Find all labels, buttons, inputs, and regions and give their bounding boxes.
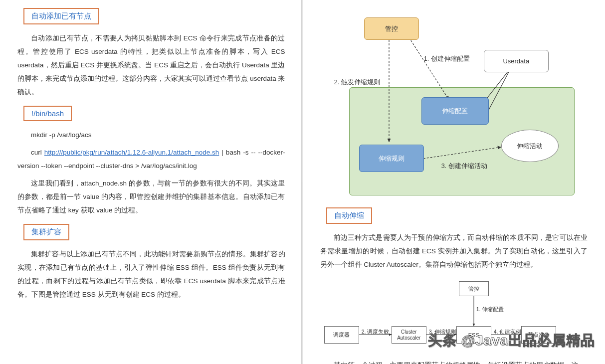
box-userdata: Userdata: [484, 50, 549, 72]
label-create-config: 1. 创建伸缩配置: [424, 55, 470, 63]
box-scheduler: 调度器: [324, 326, 359, 344]
para-process1: 其中第一个过程，主要用来配置节点的规格属性，包括设置节点的用户数据。这: [320, 359, 588, 364]
para-attach-node: 这里我们看到，attach_node.sh 的参数，与前一节的参数有很大的不同。…: [17, 177, 285, 217]
diagram-ess-flow: 管控 Userdata 伸缩配置 伸缩规则 伸缩活动 1. 创建伸缩配置 2. …: [334, 10, 574, 194]
code-curl-prefix: curl: [31, 149, 44, 156]
heading-auto-scale: 自动伸缩: [326, 207, 372, 224]
para-auto-scale: 前边三种方式是需要人为干预的伸缩方式，而自动伸缩的本质不同，是它可以在业务需求量…: [320, 231, 588, 271]
label-create-activity: 3. 创建伸缩活动: [441, 162, 487, 171]
box-control: 管控: [364, 17, 419, 40]
code-curl: curl http:///public/pkg/run/attach/1.12.…: [17, 146, 285, 173]
box-autoscaler: Cluster Autoscaler: [392, 326, 426, 344]
box-scale-config: 伸缩配置: [421, 97, 489, 125]
label-trigger-rule: 2. 触发伸缩规则: [334, 78, 380, 87]
label-b2: 2. 调度失败: [362, 329, 390, 336]
label-b1: 1. 伸缩配置: [476, 306, 504, 313]
heading-auto-add: 自动添加已有节点: [23, 8, 99, 24]
attach-node-link[interactable]: http:///public/pkg/run/attach/1.12.6-ali…: [44, 149, 219, 156]
code-mkdir: mkdir -p /var/log/acs: [17, 128, 285, 142]
para-cluster-scale: 集群扩容与以上添加已有节点不同，此功能针对需要新购节点的情形。集群扩容的实现，在…: [17, 247, 285, 301]
box-control2: 管控: [459, 281, 489, 296]
column-divider: [301, 0, 303, 364]
box-scale-activity: 伸缩活动: [501, 130, 559, 162]
heading-cluster-scale: 集群扩容: [23, 224, 69, 240]
box-scale-rule: 伸缩规则: [359, 145, 424, 172]
heading-shebang: !/bin/bash: [23, 106, 72, 121]
para-auto-add: 自动添加已有节点，不需要人为拷贝黏贴脚本到 ECS 命令行来完成节点准备的过程。…: [17, 31, 285, 99]
watermark-text: 头条 @Java出品必属精品: [428, 331, 595, 350]
